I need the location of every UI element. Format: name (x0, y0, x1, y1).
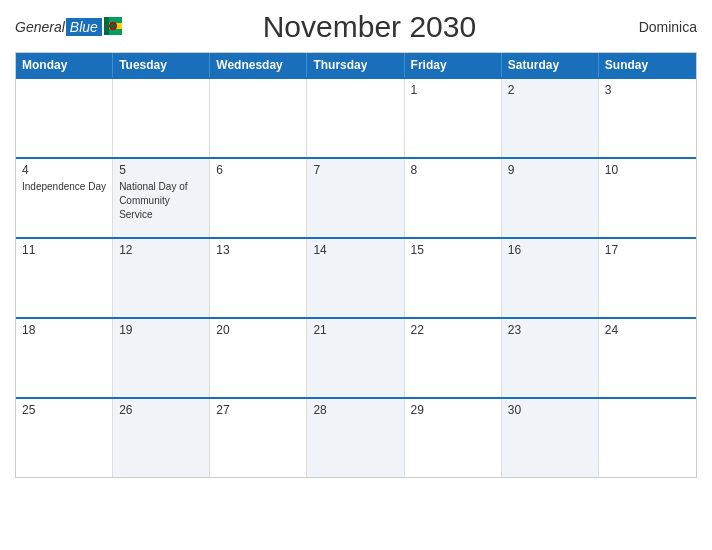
day-number: 1 (411, 83, 495, 97)
calendar-cell: 24 (599, 319, 696, 397)
calendar-cell: 5National Day of Community Service (113, 159, 210, 237)
calendar-cell: 28 (307, 399, 404, 477)
calendar-cell: 1 (405, 79, 502, 157)
calendar-cell: 9 (502, 159, 599, 237)
calendar-row: 11121314151617 (16, 237, 696, 317)
day-number: 3 (605, 83, 690, 97)
day-number: 12 (119, 243, 203, 257)
day-number: 6 (216, 163, 300, 177)
calendar-cell: 21 (307, 319, 404, 397)
event-label: National Day of Community Service (119, 181, 187, 220)
calendar-cell (599, 399, 696, 477)
day-number: 17 (605, 243, 690, 257)
calendar-cell: 22 (405, 319, 502, 397)
day-number: 2 (508, 83, 592, 97)
calendar-cell: 26 (113, 399, 210, 477)
page: General Blue November 2030 Dominica Mond… (0, 0, 712, 550)
calendar-cell: 7 (307, 159, 404, 237)
event-label: Independence Day (22, 181, 106, 192)
logo-general-text: General (15, 20, 65, 34)
svg-point-5 (110, 23, 115, 28)
day-number: 14 (313, 243, 397, 257)
calendar-row: 4Independence Day5National Day of Commun… (16, 157, 696, 237)
month-title: November 2030 (122, 10, 617, 44)
header-tuesday: Tuesday (113, 53, 210, 77)
calendar-cell: 25 (16, 399, 113, 477)
header-friday: Friday (405, 53, 502, 77)
calendar-row: 18192021222324 (16, 317, 696, 397)
calendar-cell: 11 (16, 239, 113, 317)
calendar-cell: 17 (599, 239, 696, 317)
svg-rect-3 (104, 17, 109, 35)
day-number: 24 (605, 323, 690, 337)
logo-flag-icon (104, 17, 122, 38)
day-number: 25 (22, 403, 106, 417)
country-name: Dominica (617, 19, 697, 35)
calendar-cell: 19 (113, 319, 210, 397)
day-number: 28 (313, 403, 397, 417)
calendar-cell: 23 (502, 319, 599, 397)
logo: General Blue (15, 17, 122, 38)
day-number: 9 (508, 163, 592, 177)
day-number: 10 (605, 163, 690, 177)
calendar-row: 252627282930 (16, 397, 696, 477)
calendar-cell: 6 (210, 159, 307, 237)
header: General Blue November 2030 Dominica (15, 10, 697, 44)
calendar-cell: 12 (113, 239, 210, 317)
calendar-cell: 16 (502, 239, 599, 317)
day-number: 29 (411, 403, 495, 417)
day-number: 8 (411, 163, 495, 177)
day-number: 21 (313, 323, 397, 337)
calendar-cell: 14 (307, 239, 404, 317)
day-number: 20 (216, 323, 300, 337)
day-number: 19 (119, 323, 203, 337)
day-number: 11 (22, 243, 106, 257)
calendar-cell: 2 (502, 79, 599, 157)
calendar-cell: 29 (405, 399, 502, 477)
calendar-cell: 27 (210, 399, 307, 477)
calendar-cell: 4Independence Day (16, 159, 113, 237)
calendar-cell (307, 79, 404, 157)
calendar: Monday Tuesday Wednesday Thursday Friday… (15, 52, 697, 478)
header-sunday: Sunday (599, 53, 696, 77)
day-number: 26 (119, 403, 203, 417)
calendar-cell: 8 (405, 159, 502, 237)
calendar-cell: 3 (599, 79, 696, 157)
calendar-cell (210, 79, 307, 157)
day-number: 15 (411, 243, 495, 257)
day-number: 16 (508, 243, 592, 257)
calendar-cell: 30 (502, 399, 599, 477)
calendar-cell: 18 (16, 319, 113, 397)
calendar-cell: 15 (405, 239, 502, 317)
day-number: 27 (216, 403, 300, 417)
day-number: 30 (508, 403, 592, 417)
calendar-cell (113, 79, 210, 157)
calendar-cell: 20 (210, 319, 307, 397)
day-number: 7 (313, 163, 397, 177)
calendar-cell (16, 79, 113, 157)
header-saturday: Saturday (502, 53, 599, 77)
header-thursday: Thursday (307, 53, 404, 77)
day-number: 13 (216, 243, 300, 257)
calendar-header: Monday Tuesday Wednesday Thursday Friday… (16, 53, 696, 77)
calendar-cell: 10 (599, 159, 696, 237)
day-number: 5 (119, 163, 203, 177)
header-wednesday: Wednesday (210, 53, 307, 77)
day-number: 23 (508, 323, 592, 337)
calendar-row: 123 (16, 77, 696, 157)
day-number: 22 (411, 323, 495, 337)
day-number: 18 (22, 323, 106, 337)
logo-blue-text: Blue (66, 18, 102, 36)
header-monday: Monday (16, 53, 113, 77)
calendar-body: 1234Independence Day5National Day of Com… (16, 77, 696, 477)
day-number: 4 (22, 163, 106, 177)
calendar-cell: 13 (210, 239, 307, 317)
